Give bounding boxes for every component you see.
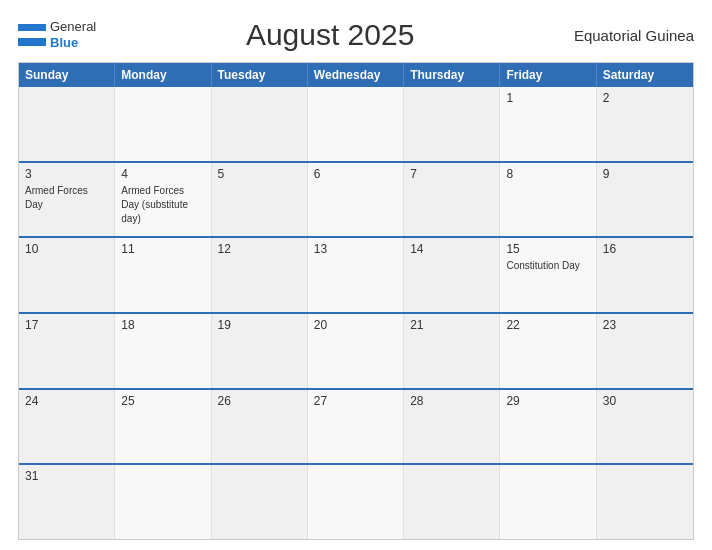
cal-cell: 16 [597,238,693,312]
cal-cell [115,87,211,161]
logo-blue: Blue [50,35,96,51]
cal-cell: 15Constitution Day [500,238,596,312]
cal-cell: 8 [500,163,596,237]
day-number: 13 [314,242,397,256]
calendar-body: 123Armed Forces Day4Armed Forces Day (su… [19,87,693,539]
header-monday: Monday [115,63,211,87]
cal-cell: 23 [597,314,693,388]
logo: General Blue [18,19,96,50]
calendar-week-2: 101112131415Constitution Day16 [19,236,693,312]
cal-cell: 9 [597,163,693,237]
cal-cell [404,87,500,161]
header: General Blue August 2025 Equatorial Guin… [18,18,694,52]
header-sunday: Sunday [19,63,115,87]
day-number: 3 [25,167,108,181]
header-tuesday: Tuesday [212,63,308,87]
day-number: 27 [314,394,397,408]
cal-cell: 21 [404,314,500,388]
country-name: Equatorial Guinea [564,27,694,44]
header-wednesday: Wednesday [308,63,404,87]
svg-rect-0 [18,24,46,31]
cal-cell: 22 [500,314,596,388]
calendar-event: Armed Forces Day (substitute day) [121,185,188,224]
calendar-event: Constitution Day [506,260,579,271]
day-number: 7 [410,167,493,181]
svg-rect-2 [18,38,46,46]
day-number: 28 [410,394,493,408]
day-number: 30 [603,394,687,408]
cal-cell: 18 [115,314,211,388]
cal-cell: 27 [308,390,404,464]
header-friday: Friday [500,63,596,87]
calendar-week-4: 24252627282930 [19,388,693,464]
calendar-event: Armed Forces Day [25,185,88,210]
calendar-week-0: 12 [19,87,693,161]
day-number: 8 [506,167,589,181]
svg-rect-1 [18,31,46,38]
header-saturday: Saturday [597,63,693,87]
cal-cell: 11 [115,238,211,312]
day-number: 21 [410,318,493,332]
day-number: 19 [218,318,301,332]
calendar-week-3: 17181920212223 [19,312,693,388]
day-number: 12 [218,242,301,256]
day-number: 11 [121,242,204,256]
cal-cell: 1 [500,87,596,161]
cal-cell: 12 [212,238,308,312]
day-number: 26 [218,394,301,408]
cal-cell: 6 [308,163,404,237]
day-number: 10 [25,242,108,256]
logo-general: General [50,19,96,35]
day-number: 24 [25,394,108,408]
day-number: 2 [603,91,687,105]
calendar-title: August 2025 [96,18,564,52]
cal-cell: 5 [212,163,308,237]
cal-cell [212,87,308,161]
cal-cell [308,87,404,161]
logo-text: General Blue [50,19,96,50]
cal-cell: 14 [404,238,500,312]
cal-cell: 20 [308,314,404,388]
cal-cell: 7 [404,163,500,237]
cal-cell: 17 [19,314,115,388]
day-number: 17 [25,318,108,332]
day-number: 31 [25,469,108,483]
calendar-week-1: 3Armed Forces Day4Armed Forces Day (subs… [19,161,693,237]
cal-cell: 24 [19,390,115,464]
day-number: 29 [506,394,589,408]
cal-cell: 28 [404,390,500,464]
day-number: 14 [410,242,493,256]
day-number: 15 [506,242,589,256]
day-number: 20 [314,318,397,332]
calendar-header: Sunday Monday Tuesday Wednesday Thursday… [19,63,693,87]
day-number: 25 [121,394,204,408]
cal-cell: 3Armed Forces Day [19,163,115,237]
day-number: 22 [506,318,589,332]
cal-cell: 19 [212,314,308,388]
cal-cell [308,465,404,539]
day-number: 5 [218,167,301,181]
calendar-week-5: 31 [19,463,693,539]
cal-cell: 25 [115,390,211,464]
cal-cell [212,465,308,539]
cal-cell: 31 [19,465,115,539]
cal-cell [404,465,500,539]
header-thursday: Thursday [404,63,500,87]
cal-cell [597,465,693,539]
cal-cell: 13 [308,238,404,312]
day-number: 6 [314,167,397,181]
cal-cell: 4Armed Forces Day (substitute day) [115,163,211,237]
page: General Blue August 2025 Equatorial Guin… [0,0,712,550]
day-number: 16 [603,242,687,256]
day-number: 9 [603,167,687,181]
cal-cell: 26 [212,390,308,464]
cal-cell [19,87,115,161]
day-number: 4 [121,167,204,181]
cal-cell [500,465,596,539]
cal-cell: 10 [19,238,115,312]
calendar: Sunday Monday Tuesday Wednesday Thursday… [18,62,694,540]
cal-cell: 30 [597,390,693,464]
logo-icon [18,24,46,46]
cal-cell [115,465,211,539]
cal-cell: 2 [597,87,693,161]
